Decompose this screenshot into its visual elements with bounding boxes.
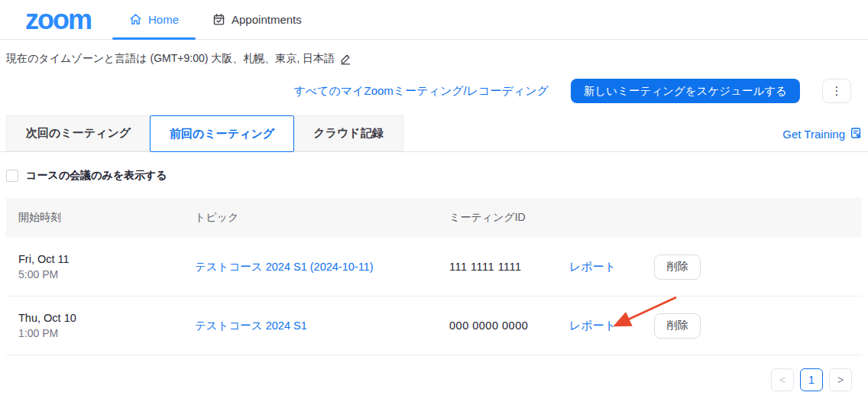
schedule-meeting-button[interactable]: 新しいミーティングをスケジュールする: [571, 79, 800, 103]
col-topic: トピック: [195, 211, 449, 225]
calendar-check-icon: [212, 13, 225, 26]
training-document-icon: [850, 127, 862, 141]
meeting-tabs-row: 次回のミーティング 前回のミーティング クラウド記録 Get Training: [0, 115, 868, 152]
get-training-link[interactable]: Get Training: [782, 127, 862, 141]
course-only-label: コースの会議のみを表示する: [26, 169, 167, 183]
col-start-time: 開始時刻: [18, 211, 195, 225]
all-zoom-meetings-link[interactable]: すべてのマイZoomミーティング/レコーディング: [293, 84, 549, 99]
course-only-checkbox[interactable]: [6, 170, 18, 182]
actions-row: すべてのマイZoomミーティング/レコーディング 新しいミーティングをスケジュー…: [0, 66, 868, 103]
meeting-id: 000 0000 0000: [449, 319, 569, 332]
pagination: < 1 >: [0, 368, 852, 391]
previous-meetings-table: 開始時刻 トピック ミーティングID Fri, Oct 11 5:00 PM テ…: [6, 198, 862, 355]
get-training-label: Get Training: [782, 128, 845, 141]
meeting-topic-link[interactable]: テストコース 2024 S1 (2024-10-11): [195, 260, 449, 274]
edit-timezone-icon[interactable]: [340, 53, 351, 65]
meeting-time: 1:00 PM: [18, 327, 195, 339]
vertical-ellipsis-icon: ⋮: [831, 84, 843, 98]
course-filter-row: コースの会議のみを表示する: [6, 169, 868, 183]
nav-tab-appointments[interactable]: Appointments: [196, 0, 319, 39]
zoom-logo: zoom: [25, 2, 91, 38]
pagination-page-1-button[interactable]: 1: [800, 368, 823, 391]
col-meeting-id: ミーティングID: [449, 211, 569, 225]
delete-button[interactable]: 削除: [654, 313, 701, 339]
tab-previous-meetings[interactable]: 前回のミーティング: [150, 115, 294, 152]
table-row: Fri, Oct 11 5:00 PM テストコース 2024 S1 (2024…: [6, 238, 862, 297]
table-header-row: 開始時刻 トピック ミーティングID: [6, 198, 862, 238]
timezone-row: 現在のタイムゾーンと言語は (GMT+9:00) 大阪、札幌、東京, 日本語: [0, 40, 868, 66]
meeting-topic-link[interactable]: テストコース 2024 S1: [195, 319, 449, 333]
timezone-text: 現在のタイムゾーンと言語は (GMT+9:00) 大阪、札幌、東京, 日本語: [6, 52, 335, 66]
pagination-next-button[interactable]: >: [829, 368, 852, 391]
report-link[interactable]: レポート: [569, 319, 654, 333]
delete-button[interactable]: 削除: [654, 254, 701, 280]
meeting-id: 111 1111 1111: [449, 261, 569, 273]
top-navigation-bar: zoom Home Appointments: [0, 0, 868, 40]
more-options-button[interactable]: ⋮: [822, 79, 851, 103]
nav-tab-label: Home: [148, 13, 179, 26]
pagination-prev-button[interactable]: <: [771, 368, 794, 391]
home-icon: [129, 13, 142, 26]
meeting-date: Thu, Oct 10: [18, 312, 195, 324]
table-row: Thu, Oct 10 1:00 PM テストコース 2024 S1 000 0…: [6, 297, 862, 355]
tab-upcoming-meetings[interactable]: 次回のミーティング: [6, 115, 151, 151]
tab-cloud-recordings[interactable]: クラウド記録: [293, 115, 403, 151]
meeting-time: 5:00 PM: [18, 268, 195, 280]
report-link[interactable]: レポート: [569, 260, 654, 274]
nav-tab-label: Appointments: [232, 13, 302, 26]
meeting-date: Fri, Oct 11: [18, 253, 195, 265]
nav-tab-home[interactable]: Home: [112, 0, 196, 39]
